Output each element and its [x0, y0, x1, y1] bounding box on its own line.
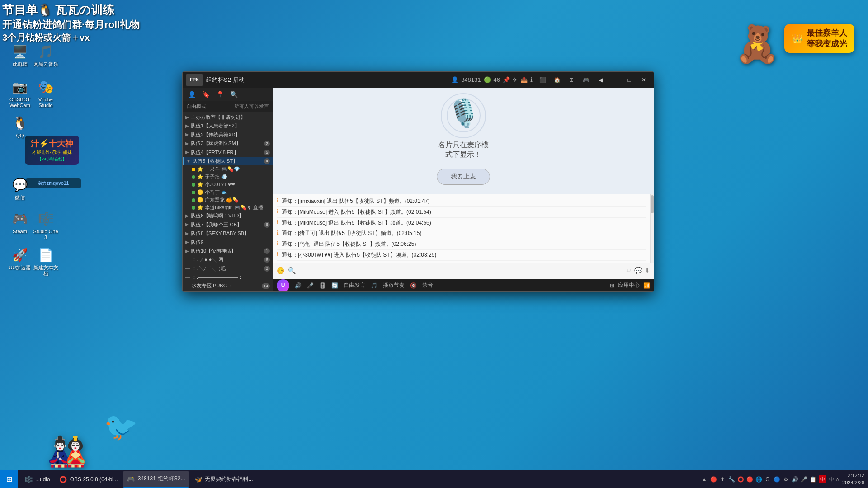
chat-scroll-thumb[interactable]: [651, 195, 654, 213]
ts-channel-team3[interactable]: ▶ 队伍3【猛虎派队SM】 2: [183, 139, 273, 148]
chat-bubble-icon[interactable]: 💬: [634, 267, 642, 274]
user-guanglong-label: 🟡 广东黑龙 🍊💊: [197, 197, 239, 203]
ts-channel-team2[interactable]: ▶ 队伍2【传统美德XD】: [183, 131, 273, 139]
ts-user-zi[interactable]: ⭐ 子子拙 💨: [183, 173, 273, 181]
ts-auto-speak-icon[interactable]: 🔄: [331, 282, 338, 289]
overlay-line1: 节目单🐧 瓦瓦の训练: [2, 2, 140, 18]
ts-logo: FPS: [186, 74, 203, 86]
ts-user-bikergirl[interactable]: ⭐ 李道Bikergirl 🎮💊🎙 直播: [183, 204, 273, 211]
tray-g[interactable]: G: [764, 475, 772, 483]
user-count: 348131: [461, 76, 481, 83]
chat-scrollbar[interactable]: [650, 194, 654, 263]
pubg-badge: 14: [262, 283, 270, 289]
desktop-icon-newtxt[interactable]: 📄 新建文本文档: [29, 244, 62, 278]
taskbar-start-button[interactable]: ⊞: [0, 470, 18, 488]
desktop-icon-netease[interactable]: 🎵 网易云音乐: [29, 41, 62, 69]
studio-taskbar-icon: 🎼: [24, 475, 33, 483]
ts-sidebar-btn[interactable]: ◀: [594, 75, 607, 85]
ts-search-icon[interactable]: 🔍: [228, 90, 240, 99]
tray-icon3[interactable]: ⚙: [782, 475, 790, 483]
tray-icon4[interactable]: 📋: [809, 475, 817, 483]
ts-channel-team4[interactable]: ▶ 队伍4【FRTV 8 FR】 5: [183, 148, 273, 157]
ts-user-sheep[interactable]: ⭐ 一只羊 🎮💊💎: [183, 165, 273, 173]
tray-up[interactable]: ⬆: [718, 475, 726, 483]
ts-chat-area: ℹ 通知：[jrmxiaoxin] 退出 队伍5【收徒队 ST】频道。(02:0…: [273, 194, 654, 279]
info-icon[interactable]: ℹ: [530, 76, 533, 83]
studio1-label: Studio One 3: [31, 229, 60, 240]
tray-chrome[interactable]: 🌐: [755, 475, 763, 483]
lang-badge[interactable]: 中: [819, 475, 826, 483]
ts-grid-btn[interactable]: ⊞: [565, 75, 578, 85]
desktop-icon-studio1[interactable]: 🎼 Studio One 3: [29, 208, 62, 242]
ts-mic2-btn[interactable]: 🎤: [307, 282, 314, 289]
ts-bookmark-icon[interactable]: 🔖: [200, 90, 212, 99]
taskbar-item-ts[interactable]: 🎮 348131-组约杯S2...: [123, 471, 190, 488]
tray-red1[interactable]: 🔴: [709, 475, 717, 483]
ts-channel-apply[interactable]: ▶ 主办方教室【非请勿进】: [183, 113, 273, 122]
chat-download-icon[interactable]: ⬇: [645, 267, 650, 274]
ts-close-btn[interactable]: ✕: [637, 75, 650, 85]
ts-apps-icon[interactable]: ⊞: [610, 282, 614, 289]
ts-channel-team7[interactable]: ▶ 队伍7【我嗲个王 GB】 6: [183, 221, 273, 229]
channel-icon: —: [185, 257, 190, 263]
tray-sound[interactable]: 🔊: [791, 475, 799, 483]
airplane-icon[interactable]: ✈: [513, 76, 518, 83]
emoji-btn[interactable]: 😊: [277, 267, 284, 274]
chat-log-entry: ℹ 通知：[MikiMouse] 进入 队伍5【收徒队 ST】频道。(02:01…: [277, 207, 646, 218]
tray-icon2[interactable]: 🔵: [773, 475, 781, 483]
ts-channel-spacer1[interactable]: — ：. ／●.●╲ 网 6: [183, 255, 273, 264]
taskbar-clock[interactable]: 2:12:12 2024/2/28: [842, 472, 864, 486]
ts-user-xmt[interactable]: 🟡 小马丁 🐟: [183, 188, 273, 196]
studio1-icon: 🎼: [37, 210, 55, 228]
chat-input-field[interactable]: [299, 265, 623, 276]
ts-sound-icon[interactable]: 🔇: [410, 282, 417, 289]
ts-minimize-btn[interactable]: —: [609, 75, 621, 85]
juice-title: 汁⚡十大神: [29, 138, 75, 149]
pin-icon[interactable]: 📌: [503, 76, 510, 83]
qq-label: QQ: [16, 133, 24, 139]
taskbar-item-browser[interactable]: 🦋 无畏契约新春福利...: [189, 471, 257, 488]
ts-apps-label: 应用中心: [618, 282, 640, 289]
ts-home-btn[interactable]: 🏠: [551, 75, 563, 85]
ts-user-guanglong[interactable]: 🟡 广东黑龙 🍊💊: [183, 196, 273, 204]
taskbar-item-obs[interactable]: ⭕ OBS 25.0.8 (64-bi...: [55, 471, 123, 488]
ts-channel-team5[interactable]: ▼ 队伍5【收徒队 ST】 4: [183, 157, 273, 165]
team10-badge: 1: [264, 248, 270, 254]
team4-badge: 5: [264, 150, 270, 155]
ts-channel-team8[interactable]: ▶ 队伍8【SEXY BABY SB】: [183, 229, 273, 238]
tray-obs2[interactable]: ⭕: [736, 475, 745, 483]
user-count-icon: 👤: [451, 76, 458, 83]
tray-mic3[interactable]: 🎤: [800, 475, 808, 483]
steam-icon: 🎮: [11, 210, 29, 228]
tray-arrow[interactable]: ▲: [700, 475, 708, 483]
ts-music-icon[interactable]: 🎵: [371, 282, 377, 289]
ts-channel-team9[interactable]: ▶ 队伍9: [183, 238, 273, 247]
chat-enter-icon[interactable]: ↵: [626, 267, 632, 274]
ts-signal-icon[interactable]: 📶: [643, 282, 650, 289]
ts-channel-team6[interactable]: ▶ 队伍6【喵呜啊！VHD】: [183, 211, 273, 220]
tray-icon1[interactable]: 🔴: [745, 475, 754, 483]
desktop-icon-vtube[interactable]: 🎭 VTube Studio: [29, 76, 62, 110]
ts-mic-btn[interactable]: 🔊: [295, 282, 302, 289]
ts-eq-btn[interactable]: 🎚️: [319, 282, 326, 289]
ts-maximize-btn[interactable]: □: [623, 75, 636, 85]
ts-user-x300[interactable]: ⭐ 小300TxT ♥️❤: [183, 181, 273, 188]
ts-user-list-icon[interactable]: 👤: [186, 90, 198, 99]
banner-crown-icon: 👑: [792, 33, 803, 44]
ts-right-panel: 🎙️ 名片只在麦序模 式下显示！ 我要上麦 ℹ 通知：[jrmxiaoxin] …: [273, 88, 654, 291]
ts-channels-list: ▶ 主办方教室【非请勿进】 ▶ 队伍1【大患者智S2】 ▶ 队伍2【传统美德XD…: [183, 112, 273, 291]
chat-text-1: 通知：[jrmxiaoxin] 退出 队伍5【收徒队 ST】频道。(02:01:…: [282, 197, 646, 205]
ts-screenshot-btn[interactable]: ⬛: [536, 75, 549, 85]
ts-channel-spacer3[interactable]: — ：.————————：: [183, 273, 273, 282]
gif-btn[interactable]: 🔍: [288, 267, 296, 274]
ts-channel-pubg[interactable]: — 水友专区 PUBG ： 14: [183, 282, 273, 290]
voice-btn[interactable]: 我要上麦: [437, 169, 490, 185]
ts-channel-team10[interactable]: ▶ 队伍10【帝国神话】 1: [183, 247, 273, 255]
ts-game-btn[interactable]: 🎮: [580, 75, 592, 85]
ts-channel-team1[interactable]: ▶ 队伍1【大患者智S2】: [183, 122, 273, 130]
ts-map-icon[interactable]: 📍: [214, 90, 226, 99]
ts-channel-spacer2[interactable]: — ：. ╲/￣╲（吧 2: [183, 264, 273, 273]
taskbar-item-studio[interactable]: 🎼 ...udio: [20, 471, 55, 488]
tray-network[interactable]: 🔧: [727, 475, 736, 483]
share-icon[interactable]: 📤: [520, 76, 528, 83]
